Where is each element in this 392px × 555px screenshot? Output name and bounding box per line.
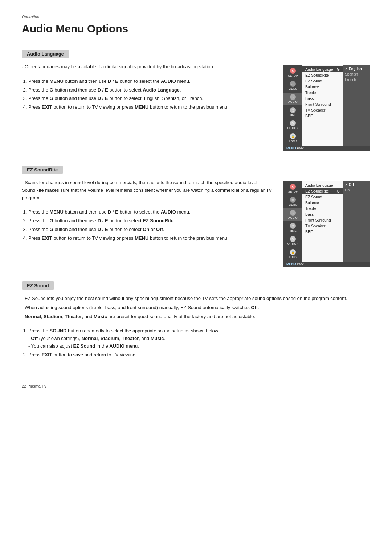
step-item: Press the G button and then use D / E bu… (28, 226, 272, 234)
bullets-audio-language: Other languages may be available if a di… (22, 63, 272, 71)
sidebar-setup: ⚙ SETUP (283, 66, 302, 79)
sidebar-video-2: ▭ VIDEO (283, 195, 302, 208)
bullets-ez-soundrite: Scans for changes in sound level during … (22, 179, 272, 202)
bullet-item-3: Normal, Stadium, Theater, and Music are … (22, 313, 370, 321)
footer-text: 22 Plasma TV (22, 384, 47, 388)
menu-main-ez-soundrite: Audio Language EZ SoundRite G EZ Sound B… (302, 181, 343, 262)
text-col-ez-sound: EZ Sound lets you enjoy the best sound w… (22, 295, 370, 359)
section-header-audio-language: Audio Language (22, 50, 69, 58)
section-header-ez-soundrite: EZ SoundRite (22, 166, 63, 174)
step-item: Press the MENU button and then use D / E… (28, 208, 272, 216)
section-content-ez-soundrite: Scans for changes in sound level during … (22, 179, 370, 267)
step-item: Press EXIT button to return to TV viewin… (28, 104, 272, 111)
sidebar-audio-2: ♪ AUDIO (283, 208, 302, 221)
menu-ui-body: ⚙ SETUP ▭ VIDEO ♪ AUDIO (283, 65, 370, 146)
menu-ui-audio-language: ⚙ SETUP ▭ VIDEO ♪ AUDIO (283, 65, 370, 151)
step-item-1: Press the SOUND button repeatedly to sel… (28, 327, 370, 350)
menu-row-tv-speaker-2: TV Speaker (302, 223, 343, 229)
sidebar-time-2: ◷ TIME (283, 222, 302, 234)
menu-col-ez-soundrite: ⚙ SETUP ▭ VIDEO ♪ AUDIO (283, 181, 370, 267)
section-ez-sound: EZ Sound EZ Sound lets you enjoy the bes… (22, 281, 370, 359)
steps-audio-language: Press the MENU button and then use D / E… (22, 78, 272, 111)
sidebar-audio: ♪ AUDIO (283, 93, 302, 105)
option-icon: ✎ (290, 120, 296, 126)
menu-row-audio-language-2: Audio Language (302, 182, 343, 188)
menu-row-front-surround-2: Front Surround (302, 217, 343, 223)
section-header-ez-sound: EZ Sound (22, 281, 54, 290)
bullet-item-2: When adjusting sound options (treble, ba… (22, 304, 370, 312)
step-item: Press the G button and then use D / E bu… (28, 95, 272, 102)
menu-row-ez-soundrite: EZ SoundRite (302, 72, 343, 78)
audio-icon-2: ♪ (290, 210, 296, 216)
sidebar-setup-2: ⚙ SETUP (283, 182, 302, 195)
menu-bottom-audio-language: MENU Prev. (283, 146, 370, 151)
menu-row-front-surround: Front Surround (302, 101, 343, 107)
step-item-2: Press EXIT button to save and return to … (28, 351, 370, 359)
step-item: Press the G button and then use D / E bu… (28, 217, 272, 225)
menu-sidebar: ⚙ SETUP ▭ VIDEO ♪ AUDIO (283, 65, 302, 146)
menu-sidebar-2: ⚙ SETUP ▭ VIDEO ♪ AUDIO (283, 181, 302, 262)
page-container: Operation Audio Menu Options Audio Langu… (0, 0, 392, 410)
right-item-english: ✓ English (345, 66, 368, 71)
menu-row-balance-2: Balance (302, 200, 343, 206)
sidebar-option: ✎ OPTION (283, 119, 302, 131)
menu-row-bbe: BBE (302, 113, 343, 119)
step-item: Press the G button and then use D / E bu… (28, 86, 272, 94)
sidebar-option-2: ✎ OPTION (283, 235, 302, 247)
bullets-ez-sound: EZ Sound lets you enjoy the best sound w… (22, 295, 370, 320)
setup-icon: ⚙ (290, 68, 296, 74)
menu-row-ez-sound-2: EZ Sound (302, 194, 343, 200)
menu-row-bbe-2: BBE (302, 229, 343, 235)
time-icon: ◷ (290, 107, 296, 113)
sidebar-lock: 🔒 LOCK (283, 132, 302, 144)
menu-row-treble-2: Treble (302, 206, 343, 211)
sub-bullet: You can also adjust EZ Sound in the AUDI… (28, 343, 370, 350)
menu-row-bass: Bass (302, 96, 343, 101)
menu-ui-body-2: ⚙ SETUP ▭ VIDEO ♪ AUDIO (283, 181, 370, 262)
video-icon-2: ▭ (290, 197, 296, 203)
video-icon: ▭ (290, 81, 296, 87)
bullet-item: Other languages may be available if a di… (22, 63, 272, 71)
step-item: Press EXIT button to return to TV viewin… (28, 235, 272, 242)
sidebar-video: ▭ VIDEO (283, 80, 302, 92)
right-item-french: French (345, 77, 368, 82)
menu-row-ez-sound: EZ Sound (302, 78, 343, 84)
menu-ui-ez-soundrite: ⚙ SETUP ▭ VIDEO ♪ AUDIO (283, 181, 370, 267)
menu-row-ez-soundrite-active: EZ SoundRite G (302, 188, 343, 194)
lock-icon-2: 🔒 (290, 249, 296, 255)
breadcrumb: Operation (22, 15, 370, 19)
text-col-audio-language: Other languages may be available if a di… (22, 63, 272, 112)
right-item-spanish: Spanish (345, 72, 368, 77)
step-item: Press the MENU button and then use D / E… (28, 78, 272, 85)
section-audio-language: Audio Language Other languages may be av… (22, 50, 370, 151)
menu-right-audio-language: ✓ English Spanish French (343, 65, 370, 146)
menu-bottom-ez-soundrite: MENU Prev. (283, 262, 370, 267)
bullet-item: Scans for changes in sound level during … (22, 179, 272, 202)
menu-col-audio-language: ⚙ SETUP ▭ VIDEO ♪ AUDIO (283, 65, 370, 151)
menu-row-treble: Treble (302, 90, 343, 96)
audio-icon: ♪ (290, 94, 296, 100)
right-item-off: ✓ Off (345, 182, 368, 187)
menu-row-tv-speaker: TV Speaker (302, 107, 343, 113)
section-ez-soundrite: EZ SoundRite Scans for changes in sound … (22, 166, 370, 267)
steps-ez-sound: Press the SOUND button repeatedly to sel… (22, 327, 370, 358)
steps-ez-soundrite: Press the MENU button and then use D / E… (22, 208, 272, 242)
menu-right-ez-soundrite: ✓ Off On (343, 181, 370, 262)
sidebar-time: ◷ TIME (283, 106, 302, 118)
bullet-item-1: EZ Sound lets you enjoy the best sound w… (22, 295, 370, 303)
footer: 22 Plasma TV (22, 381, 370, 388)
text-col-ez-soundrite: Scans for changes in sound level during … (22, 179, 272, 243)
menu-row-bass-2: Bass (302, 211, 343, 217)
lock-icon: 🔒 (290, 133, 296, 139)
section-content-audio-language: Other languages may be available if a di… (22, 63, 370, 151)
time-icon-2: ◷ (290, 223, 296, 229)
setup-icon-2: ⚙ (290, 184, 296, 190)
sidebar-lock-2: 🔒 LOCK (283, 248, 302, 260)
menu-main-audio-language: Audio Language G EZ SoundRite EZ Sound B… (302, 65, 343, 146)
option-icon-2: ✎ (290, 236, 296, 242)
right-item-on: On (345, 188, 368, 193)
menu-row-audio-language-header: Audio Language G (302, 66, 343, 72)
page-title: Audio Menu Options (22, 23, 370, 39)
menu-row-balance: Balance (302, 84, 343, 90)
